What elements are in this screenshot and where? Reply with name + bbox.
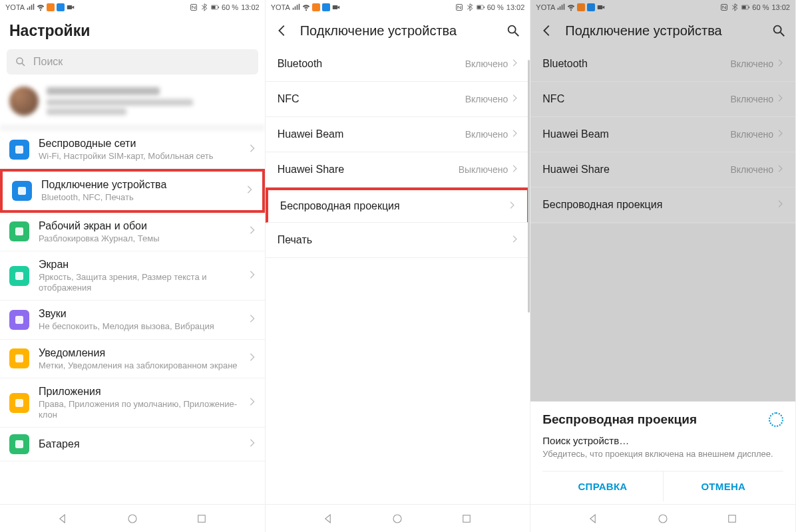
back-icon[interactable] xyxy=(540,23,554,38)
search-placeholder: Поиск xyxy=(33,56,63,68)
item-icon xyxy=(9,434,29,454)
wifi-icon xyxy=(37,3,45,11)
carrier-label: YOTA xyxy=(5,3,25,11)
nav-recent-icon[interactable] xyxy=(726,513,738,525)
row-value: Включено xyxy=(730,94,773,104)
row-value: Выключено xyxy=(459,164,508,175)
header: Подключение устройства xyxy=(530,15,795,47)
row-title: Беспроводная проекция xyxy=(542,199,777,211)
status-square-blue xyxy=(322,3,330,11)
row-печать[interactable]: Печать xyxy=(530,223,795,224)
battery-text: 60 % xyxy=(752,3,769,11)
status-bar: YOTA 60 % 13:02 xyxy=(0,0,265,15)
row-nfc[interactable]: NFCВключено xyxy=(530,82,795,117)
row-печать[interactable]: Печать xyxy=(266,223,530,258)
row-беспроводная-проекция[interactable]: Беспроводная проекция xyxy=(530,188,795,223)
item-icon xyxy=(9,348,29,368)
profile-text xyxy=(47,87,193,115)
search-icon[interactable] xyxy=(506,23,520,38)
svg-rect-12 xyxy=(15,354,23,362)
help-button[interactable]: СПРАВКА xyxy=(542,471,663,501)
chevron-right-icon xyxy=(249,270,256,282)
search-icon[interactable] xyxy=(771,23,786,38)
item-title: Рабочий экран и обои xyxy=(39,219,240,233)
status-square-orange xyxy=(47,3,55,11)
row-value: Включено xyxy=(465,129,508,140)
row-huawei-share[interactable]: Huawei ShareВыключено xyxy=(266,152,530,188)
row-huawei-beam[interactable]: Huawei BeamВключено xyxy=(530,117,795,152)
chevron-right-icon xyxy=(249,352,256,364)
svg-line-23 xyxy=(515,33,519,37)
item-subtitle: Wi-Fi, Настройки SIM-карт, Мобильная сет… xyxy=(39,151,240,162)
signal-icon xyxy=(557,3,565,11)
settings-item-7[interactable]: Батарея xyxy=(0,428,265,462)
settings-item-0[interactable]: Беспроводные сетиWi-Fi, Настройки SIM-ка… xyxy=(0,130,265,169)
svg-rect-30 xyxy=(749,7,749,8)
searching-label: Поиск устройств… xyxy=(542,435,783,446)
row-bluetooth[interactable]: BluetoothВключено xyxy=(266,47,530,82)
svg-point-31 xyxy=(774,26,781,33)
row-bluetooth[interactable]: BluetoothВключено xyxy=(530,47,795,82)
settings-item-5[interactable]: УведомленияМетки, Уведомления на заблоки… xyxy=(0,340,265,378)
hint-label: Убедитесь, что проекция включена на внеш… xyxy=(542,449,783,460)
header: Подключение устройства xyxy=(266,15,530,47)
svg-rect-4 xyxy=(218,7,219,8)
svg-rect-8 xyxy=(18,187,26,195)
nav-back-icon[interactable] xyxy=(323,513,335,525)
row-беспроводная-проекция[interactable]: Беспроводная проекция xyxy=(266,188,530,223)
chevron-right-icon xyxy=(512,93,518,105)
row-title: Печать xyxy=(278,234,512,246)
nav-back-icon[interactable] xyxy=(57,513,69,525)
search-icon xyxy=(15,56,27,68)
settings-item-6[interactable]: ПриложенияПрава, Приложения по умолчанию… xyxy=(0,378,265,428)
chevron-right-icon xyxy=(249,144,256,156)
nav-home-icon[interactable] xyxy=(391,513,403,525)
row-title: NFC xyxy=(278,93,465,105)
carrier-label: YOTA xyxy=(536,3,555,11)
settings-item-3[interactable]: ЭкранЯркость, Защита зрения, Размер текс… xyxy=(0,251,265,301)
nav-recent-icon[interactable] xyxy=(461,513,473,525)
chevron-right-icon xyxy=(777,128,783,140)
time-text: 13:02 xyxy=(771,3,790,11)
row-title: Bluetooth xyxy=(278,58,465,70)
status-square-blue xyxy=(57,3,65,11)
wireless-projection-sheet: Беспроводная проекция Поиск устройств… У… xyxy=(530,401,795,504)
battery-text: 60 % xyxy=(487,3,504,11)
svg-point-5 xyxy=(17,58,23,64)
svg-rect-13 xyxy=(15,399,23,407)
row-huawei-share[interactable]: Huawei ShareВключено xyxy=(530,152,795,188)
nav-back-icon[interactable] xyxy=(588,513,600,525)
page-title: Настройки xyxy=(9,22,90,40)
search-input[interactable]: Поиск xyxy=(7,49,258,74)
nav-recent-icon[interactable] xyxy=(196,513,208,525)
battery-icon xyxy=(477,3,485,11)
chevron-right-icon xyxy=(512,234,518,246)
svg-point-15 xyxy=(128,515,136,523)
cancel-button[interactable]: ОТМЕНА xyxy=(664,471,783,501)
signal-icon xyxy=(292,3,300,11)
nav-home-icon[interactable] xyxy=(126,513,138,525)
settings-item-1[interactable]: Подключение устройстваBluetooth, NFC, Пе… xyxy=(0,169,265,212)
connection-list: BluetoothВключеноNFCВключеноHuawei BeamВ… xyxy=(530,47,795,224)
back-icon[interactable] xyxy=(275,23,290,38)
settings-item-2[interactable]: Рабочий экран и обоиРазблокировка Журнал… xyxy=(0,213,265,251)
item-title: Беспроводные сети xyxy=(39,137,240,150)
bluetooth-icon xyxy=(466,3,474,11)
row-value: Включено xyxy=(730,59,773,69)
svg-line-32 xyxy=(781,33,785,37)
svg-point-22 xyxy=(508,26,516,33)
row-title: Bluetooth xyxy=(542,58,730,70)
chevron-right-icon xyxy=(777,164,783,176)
row-nfc[interactable]: NFCВключено xyxy=(266,82,530,117)
row-value: Включено xyxy=(730,129,773,140)
row-title: NFC xyxy=(542,93,730,105)
carrier-label: YOTA xyxy=(271,3,290,11)
scroll-indicator xyxy=(528,60,530,313)
profile-card[interactable] xyxy=(0,81,265,130)
svg-rect-20 xyxy=(477,6,481,9)
settings-item-4[interactable]: ЗвукиНе беспокоить, Мелодия вызова, Вибр… xyxy=(0,301,265,339)
row-huawei-beam[interactable]: Huawei BeamВключено xyxy=(266,117,530,152)
svg-line-6 xyxy=(22,63,25,66)
row-title: Huawei Beam xyxy=(542,128,730,140)
nav-home-icon[interactable] xyxy=(657,513,669,525)
